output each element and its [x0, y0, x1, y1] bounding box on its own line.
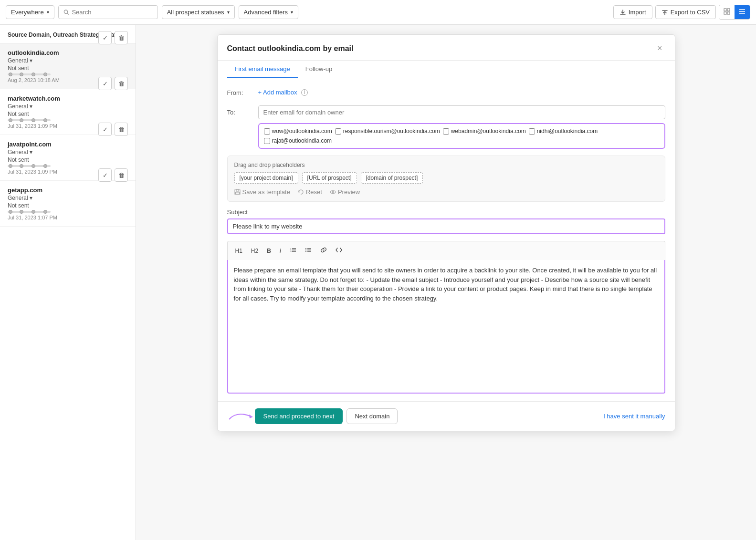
svg-point-19: [305, 249, 306, 250]
sidebar-slider: [8, 211, 98, 213]
send-proceed-button[interactable]: Send and proceed to next: [255, 408, 343, 424]
manually-sent-link[interactable]: I have sent it manually: [603, 413, 665, 420]
sidebar-item[interactable]: getapp.com General ▾ Not sent Jul 31, 20…: [0, 181, 136, 227]
delete-button[interactable]: 🗑: [115, 31, 128, 44]
tab-first-email[interactable]: First email message: [227, 61, 298, 78]
template-actions: Save as template Reset: [234, 188, 658, 196]
toolbar-h2-button[interactable]: H2: [247, 244, 262, 257]
advanced-filters-label: Advanced filters: [244, 9, 288, 16]
svg-rect-3: [727, 9, 730, 11]
toolbar-code-button[interactable]: [332, 244, 346, 257]
email-address-1: wow@outlookindia.com: [272, 128, 332, 135]
editor: H1 H2 B I 1.: [227, 241, 665, 394]
svg-rect-11: [235, 192, 239, 194]
email-checkbox-3[interactable]: [443, 128, 449, 135]
editor-body[interactable]: Please prepare an email template that yo…: [227, 260, 665, 394]
toolbar-bold-button[interactable]: B: [263, 244, 275, 257]
svg-line-1: [67, 13, 68, 14]
editor-content: Please prepare an email template that yo…: [234, 267, 657, 302]
placeholder-tag-2[interactable]: [URL of prospect]: [302, 172, 357, 184]
check-button[interactable]: ✓: [98, 123, 112, 136]
slider-track: [8, 165, 51, 167]
export-button[interactable]: Export to CSV: [655, 5, 716, 19]
tabs: First email message Follow-up: [218, 61, 675, 78]
search-input[interactable]: [72, 9, 152, 16]
sidebar-status: Not sent: [8, 111, 98, 117]
toolbar-h1-button[interactable]: H1: [231, 244, 246, 257]
top-bar-right: Import Export to CSV: [613, 5, 750, 20]
email-checkbox-5[interactable]: [264, 138, 270, 144]
modal-body: From: + Add mailbox i To:: [218, 78, 675, 401]
toolbar-italic-button[interactable]: I: [276, 244, 285, 257]
svg-point-18: [305, 248, 306, 249]
sidebar-strategy: General ▾: [8, 57, 98, 64]
sidebar-actions: ✓ 🗑: [98, 168, 128, 182]
from-label: From:: [227, 86, 253, 96]
status-filter-dropdown[interactable]: All prospect statuses ▾: [162, 5, 235, 19]
delete-button[interactable]: 🗑: [115, 123, 128, 136]
location-dropdown[interactable]: Everywhere ▾: [6, 5, 54, 19]
email-checkbox-2[interactable]: [335, 128, 341, 135]
toolbar-link-button[interactable]: [316, 244, 331, 257]
slider-dot: [9, 210, 12, 214]
placeholder-tag-3[interactable]: [domain of prospect]: [361, 172, 423, 184]
preview-button[interactable]: Preview: [330, 188, 360, 196]
save-template-button[interactable]: Save as template: [234, 188, 290, 196]
toolbar-ul-button[interactable]: [301, 244, 315, 257]
grid-icon: [724, 8, 730, 15]
delete-button[interactable]: 🗑: [115, 77, 128, 90]
content-area: Contact outlookindia.com by email × Firs…: [136, 25, 756, 540]
next-domain-button[interactable]: Next domain: [346, 408, 398, 424]
slider-dot: [20, 210, 23, 214]
sidebar-domain: getapp.com: [8, 187, 98, 194]
email-option-2[interactable]: responsibletourism@outlookindia.com: [335, 128, 440, 135]
arrow-icon: [227, 411, 256, 422]
advanced-filters-dropdown[interactable]: Advanced filters ▾: [239, 5, 299, 19]
sidebar-strategy: General ▾: [8, 195, 98, 201]
email-option-4[interactable]: nidhi@outlookindia.com: [529, 128, 598, 135]
code-icon: [336, 247, 342, 253]
list-icon: [739, 8, 746, 15]
check-button[interactable]: ✓: [98, 77, 112, 90]
placeholder-tag-1[interactable]: [your project domain]: [234, 172, 298, 184]
strategy-chevron-icon: ▾: [30, 195, 32, 201]
check-button[interactable]: ✓: [98, 168, 112, 182]
grid-view-button[interactable]: [719, 5, 735, 19]
sidebar-strategy: General ▾: [8, 149, 98, 156]
to-input[interactable]: [258, 105, 665, 119]
from-row: From: + Add mailbox i: [227, 86, 665, 99]
import-button[interactable]: Import: [613, 5, 652, 19]
strategy-chevron-icon: ▾: [30, 149, 32, 156]
subject-input[interactable]: [227, 218, 665, 234]
reset-button[interactable]: Reset: [298, 188, 322, 196]
location-label: Everywhere: [11, 9, 44, 16]
add-mailbox-label: + Add mailbox: [258, 89, 297, 96]
email-option-3[interactable]: webadmin@outlookindia.com: [443, 128, 526, 135]
list-view-button[interactable]: [735, 5, 750, 19]
top-bar-left: Everywhere ▾ All prospect statuses ▾ Adv…: [6, 5, 609, 19]
preview-label: Preview: [338, 188, 360, 196]
modal-close-button[interactable]: ×: [654, 42, 665, 54]
search-icon: [63, 9, 69, 15]
sidebar-domain: outlookindia.com: [8, 49, 98, 56]
sidebar-status: Not sent: [8, 65, 98, 72]
modal-title: Contact outlookindia.com by email: [227, 44, 354, 53]
email-option-1[interactable]: wow@outlookindia.com: [264, 128, 332, 135]
email-option-5[interactable]: rajat@outlookindia.com: [264, 137, 332, 144]
email-checkbox-4[interactable]: [529, 128, 535, 135]
check-button[interactable]: ✓: [98, 31, 112, 44]
sidebar-status: Not sent: [8, 156, 98, 163]
location-chevron-icon: ▾: [47, 10, 49, 15]
add-mailbox-button[interactable]: + Add mailbox i: [258, 86, 308, 99]
toolbar-ol-button[interactable]: 1.: [286, 244, 300, 257]
modal-footer: Send and proceed to next Next domain I h…: [218, 401, 675, 431]
svg-rect-5: [727, 12, 730, 14]
tab-followup[interactable]: Follow-up: [298, 61, 340, 78]
email-checkbox-1[interactable]: [264, 128, 270, 135]
slider-track: [8, 73, 51, 75]
email-address-4: nidhi@outlookindia.com: [537, 128, 598, 135]
svg-point-13: [332, 191, 334, 193]
slider-dot: [32, 73, 35, 76]
delete-button[interactable]: 🗑: [115, 168, 128, 182]
link-icon: [320, 247, 327, 253]
